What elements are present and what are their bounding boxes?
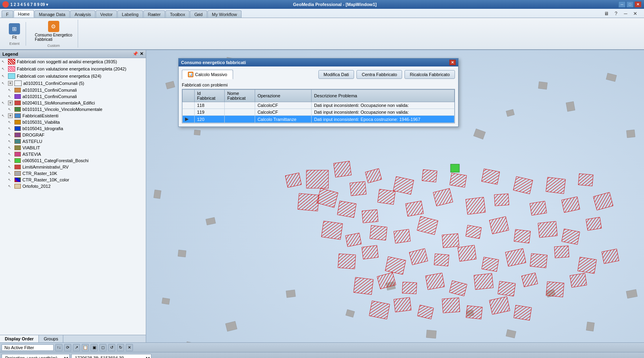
modifica-dati-btn[interactable]: Modifica Dati	[318, 70, 354, 79]
legend-item-15[interactable]: ↖ ASTEVIA	[0, 151, 146, 157]
status-icon-2[interactable]: ⟳	[64, 344, 71, 351]
app-close-btn[interactable]: ✕	[634, 1, 642, 8]
legend-label-20: Ortofoto_2012	[22, 184, 50, 189]
legend-item-17[interactable]: ↖ LimitiAmministrativi_RV	[0, 164, 146, 170]
section-label: Fabbricati con problemi	[182, 82, 455, 87]
tab-raster[interactable]: RasterR	[143, 10, 165, 18]
fit-icon: ⊞	[9, 23, 20, 34]
legend-scroll[interactable]: ↖ Fabbricati non soggetti ad analisi ene…	[0, 58, 146, 335]
legend-item-2[interactable]: ↖ Fabbricati con valutazione energetica …	[0, 65, 146, 72]
legend-icon-6	[14, 94, 21, 99]
ribbon: F HomeH Manage DataM AnalysisA VectorV L…	[0, 9, 644, 50]
legend-icon-11	[14, 126, 21, 131]
cell-id: 120	[195, 116, 225, 123]
tab-labeling[interactable]: LabelingL	[117, 10, 143, 18]
legend-item-12[interactable]: ↖ DROGRAF	[0, 132, 146, 138]
legend-icon-19	[14, 177, 21, 182]
window-title: GeoMedia Professional - [MapWindow1]	[51, 2, 618, 7]
status-icon-7[interactable]: ↺	[108, 344, 115, 351]
dialog-close-btn[interactable]: ✕	[449, 60, 456, 65]
help-icon[interactable]: 🖥	[602, 10, 610, 18]
expand-btn-4[interactable]: +	[8, 81, 13, 86]
legend-close-icon[interactable]: ✕	[140, 51, 143, 56]
legend-item-16[interactable]: ↖ c0605011_CategForestali_Boschi	[0, 157, 146, 164]
legend-item-8[interactable]: ↖ b0101011_Vincolo_VincoloMonumentale	[0, 106, 146, 113]
legend-item-3[interactable]: ↖ Fabbricati con valutazione energetica …	[0, 72, 146, 80]
legend-label-16: c0605011_CategForestali_Boschi	[22, 158, 89, 163]
consumo-button[interactable]: ⚙ Consumo EnergeticoFabbricati	[32, 20, 74, 43]
table-body: 118CalcoloCFDati input inconsistenti: Oc…	[183, 102, 455, 123]
legend-item-5[interactable]: ↖ a0102011_ConfiniComunali	[0, 87, 146, 93]
legend-item-11[interactable]: ↖ b0105041_Idrografia	[0, 125, 146, 132]
status-icon-8[interactable]: ↻	[117, 344, 124, 351]
col-header-selector	[183, 90, 195, 102]
status-icon-4[interactable]: 📋	[82, 344, 89, 351]
legend-item-20[interactable]: ↖ Ortofoto_2012	[0, 183, 146, 189]
legend-label-19: CTR_Raster_10K_color	[22, 177, 69, 182]
arrow-icon-4: ↖	[2, 81, 6, 85]
tab-vector[interactable]: VectorV	[96, 10, 117, 18]
extent-label: Extent	[9, 42, 20, 46]
legend-item-6[interactable]: ↖ a0102011_ConfiniComunali	[0, 93, 146, 100]
cell-name	[225, 116, 255, 123]
tab-workflow[interactable]: My Workflow	[207, 10, 242, 18]
tab-manage-data[interactable]: Manage DataM	[34, 10, 70, 18]
ricalcola-fabbricato-btn[interactable]: Ricalcola Fabbricato	[405, 70, 455, 79]
cell-operation: CalcoloCF	[255, 102, 311, 109]
fit-button[interactable]: ⊞ Fit	[6, 22, 22, 41]
legend-item-13[interactable]: ↖ ASTEFLU	[0, 138, 146, 145]
quicklaunch-numbers: 1 2 3 4 5 6 7 8 9 09 ▾	[10, 2, 48, 7]
legend-label-9: FabbricatiEsistenti	[22, 113, 58, 118]
expand-btn-9[interactable]: +	[8, 113, 13, 118]
legend-item-10[interactable]: ↖ b0105031_Viabilita	[0, 119, 146, 125]
ribbon-close-btn[interactable]: ✕	[631, 10, 639, 18]
problems-table-container[interactable]: IdFabbricat NomeFabbricat Operazione Des…	[182, 89, 455, 123]
legend-item-1[interactable]: ↖ Fabbricati non soggetti ad analisi ene…	[0, 58, 146, 65]
legend-label-14: VIABILIT	[22, 145, 40, 150]
legend-icon-5	[14, 88, 21, 93]
legend-item-7[interactable]: ↖ + b0204011_StoMonumentaleA_Edifici	[0, 100, 146, 106]
expand-btn-7[interactable]: +	[8, 101, 13, 105]
legend-icon-4	[14, 80, 22, 86]
legend-item-14[interactable]: ↖ VIABILIT	[0, 145, 146, 151]
tab-toolbox[interactable]: ToolboxX	[165, 10, 189, 18]
centra-fabbricato-btn[interactable]: Centra Fabbricato	[356, 70, 402, 79]
projection-select[interactable]: Projection +east;+north(m)	[2, 354, 70, 358]
legend-item-19[interactable]: ↖ CTR_Raster_10K_color	[0, 177, 146, 183]
status-icon-9[interactable]: ✕	[126, 344, 133, 351]
status-icon-3[interactable]: ↗	[73, 344, 80, 351]
window-controls: ─ □ ✕	[618, 1, 642, 8]
legend-icon-16	[14, 158, 21, 163]
table-row[interactable]: 118CalcoloCFDati input inconsistenti: Oc…	[183, 102, 455, 109]
legend-label-13: ASTEFLU	[22, 139, 42, 144]
question-icon[interactable]: ?	[612, 10, 620, 18]
table-header: IdFabbricat NomeFabbricat Operazione Des…	[183, 90, 455, 102]
tab-file[interactable]: F	[2, 10, 13, 18]
legend-header-icons: 📌 ✕	[133, 51, 143, 56]
tab-grid[interactable]: GridD	[190, 10, 207, 18]
dialog-titlebar: Consumo energetico fabbricati ✕	[179, 58, 458, 66]
no-filter-label: No Active Filter	[2, 344, 54, 351]
tab-home[interactable]: HomeH	[14, 10, 34, 18]
table-row[interactable]: 119CalcoloCFDati input inconsistenti: Oc…	[183, 109, 455, 116]
status-icon-6[interactable]: ◻	[99, 344, 107, 351]
legend-tab-groups[interactable]: Groups	[39, 335, 63, 342]
app-minimize-btn[interactable]: ─	[618, 1, 626, 8]
legend-item-18[interactable]: ↖ CTR_Raster_10K	[0, 170, 146, 177]
legend-item-9[interactable]: ↖ + FabbricatiEsistenti	[0, 113, 146, 119]
arrow-icon-7: ↖	[2, 101, 6, 105]
app-maximize-btn[interactable]: □	[626, 1, 634, 8]
legend-item-4[interactable]: ↖ + a0102011_ConfiniComunali (5)	[0, 80, 146, 87]
tab-analysis[interactable]: AnalysisA	[70, 10, 95, 18]
ribbon-group-custom: ⚙ Consumo EnergeticoFabbricati Custom	[29, 20, 78, 48]
col-header-id: IdFabbricat	[195, 90, 225, 102]
legend-tab-display-order[interactable]: Display Order	[0, 335, 39, 342]
ribbon-minimize-btn[interactable]: ─	[622, 10, 630, 18]
coords-select[interactable]: 1720628,38; 5153694,39	[71, 354, 151, 358]
table-row[interactable]: ▶120Calcolo TramittanzeDati input incons…	[183, 116, 455, 123]
calcolo-massivo-tab[interactable]: 📊 Calcolo Massivo	[182, 70, 233, 79]
status-icon-1[interactable]: ↑↓	[55, 344, 62, 351]
status-icon-5[interactable]: ▣	[91, 344, 98, 351]
legend-pin-icon[interactable]: 📌	[133, 51, 138, 56]
legend-label-2: Fabbricati con valutazione energetica in…	[17, 66, 126, 71]
